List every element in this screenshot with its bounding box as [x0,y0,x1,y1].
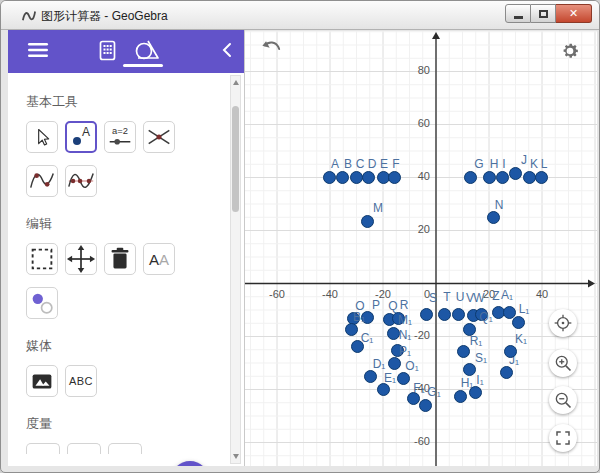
move-mode-fab[interactable] [171,461,209,466]
graph-point-label-M: M [373,201,383,215]
maximize-button[interactable] [531,4,556,23]
graph-point-D[interactable] [362,171,375,184]
point-letter: A [82,125,90,139]
section-title-media: 媒体 [26,337,244,355]
collapse-sidebar-button[interactable] [212,30,242,73]
intersect-lines-icon [144,122,174,152]
tool-roots-button[interactable] [65,165,97,197]
show-hide-object-icon [27,288,57,318]
graph-point-label-A: A [331,157,339,171]
graph-point-label-S: S [429,291,437,305]
x-axis-tick-label: 40 [527,288,557,300]
graph-point-label-Q: Q [388,299,397,313]
tool-distance-button[interactable] [67,443,101,454]
graph-point-label-B₁: B₁ [353,310,365,324]
graph-point-F[interactable] [388,171,401,184]
graph-point-G₁[interactable] [419,399,432,412]
graph-point-label-O₁: O₁ [405,359,418,373]
graph-point-B[interactable] [336,171,349,184]
slider-icon: a=2 [105,122,135,152]
image-icon [27,366,57,396]
sidebar-scrollbar[interactable] [230,75,241,464]
graph-point-L₁[interactable] [512,316,525,329]
tab-algebra-calculator[interactable] [92,30,122,73]
graph-point-label-U: U [456,290,465,304]
graph-point-H[interactable] [483,171,496,184]
graph-point-R₁[interactable] [457,345,470,358]
graph-point-label-E₁: E₁ [384,371,396,385]
zoom-in-button[interactable] [549,349,577,377]
tool-delete-button[interactable] [104,243,136,275]
graph-point-I₁[interactable] [469,386,482,399]
tool-select-rectangle-button[interactable] [26,243,58,275]
minimize-button[interactable] [505,4,531,23]
y-axis-tick-label: -60 [392,435,430,447]
scroll-up-icon[interactable] [233,80,239,85]
x-axis-tick-label: -60 [262,288,292,300]
graph-point-K[interactable] [523,171,536,184]
graph-point-H₁[interactable] [454,390,467,403]
graph-point-label-F: F [392,157,399,171]
tool-extremum-button[interactable] [26,165,58,197]
graph-point-K₁[interactable] [504,345,517,358]
graph-point-label-G₁: G₁ [427,385,440,399]
curve-roots-icon [66,166,96,196]
graph-point-label-N: N [495,198,504,212]
standard-view-button[interactable] [549,309,577,337]
graph-point-I[interactable] [496,171,509,184]
y-axis-tick-label: 80 [392,64,430,76]
close-button[interactable]: ✕ [556,4,592,23]
section-title-basic-tools: 基本工具 [26,93,244,111]
settings-button[interactable] [558,40,582,64]
text-style-label: A [149,251,159,268]
graph-point-label-F₁: F₁ [413,381,424,395]
graph-point-U[interactable] [452,308,465,321]
tool-area-button[interactable] [108,443,142,454]
graph-point-S₁[interactable] [463,363,476,376]
graph-point-G[interactable] [464,171,477,184]
tool-intersect-button[interactable] [143,121,175,153]
tool-show-hide-object-button[interactable] [26,287,58,319]
graph-point-L[interactable] [535,171,548,184]
tool-image-button[interactable] [26,365,58,397]
active-tab-indicator [123,64,163,67]
graph-point-P₁[interactable] [388,357,401,370]
tool-text-button[interactable]: ABC [65,365,97,397]
y-axis-tick-label: 60 [392,117,430,129]
tool-text-style-button[interactable]: AA [143,243,175,275]
scroll-down-icon[interactable] [233,454,239,459]
graph-point-label-K₁: K₁ [515,332,527,346]
minimize-icon [514,16,523,19]
fullscreen-button[interactable] [549,424,577,452]
tool-move-button[interactable] [65,243,97,275]
graph-point-A[interactable] [323,171,336,184]
graph-point-label-C: C [356,157,365,171]
move-arrows-icon [66,244,96,274]
graph-point-C[interactable] [350,171,363,184]
tool-select-button[interactable] [26,121,58,153]
graphics-view[interactable]: -60-40-200204080604020-20-40-60 ABCDEFGH… [245,31,597,466]
tool-angle-button[interactable] [26,443,60,454]
graph-point-D₁[interactable] [364,370,377,383]
undo-arrow-icon [261,38,283,60]
zoom-out-button[interactable] [549,386,577,414]
graph-point-T[interactable] [438,308,451,321]
graph-point-M₁[interactable] [387,327,400,340]
scrollbar-thumb[interactable] [232,106,239,212]
text-style-label-light: A [159,251,169,268]
tool-slider-button[interactable]: a=2 [104,121,136,153]
chevron-left-icon [222,42,232,58]
tool-point-button[interactable]: A [65,121,97,153]
graph-point-label-C₁: C₁ [361,331,374,345]
magnifier-plus-icon [553,353,573,373]
graph-point-J₁[interactable] [500,366,513,379]
menu-button[interactable] [20,30,56,73]
graph-point-M[interactable] [361,215,374,228]
calculator-icon [99,40,116,61]
graph-point-N[interactable] [487,211,500,224]
undo-button[interactable] [260,38,284,62]
graph-point-J[interactable] [509,167,522,180]
graph-point-B₁[interactable] [345,323,358,336]
graph-point-S[interactable] [420,308,433,321]
graph-point-O₁[interactable] [397,372,410,385]
